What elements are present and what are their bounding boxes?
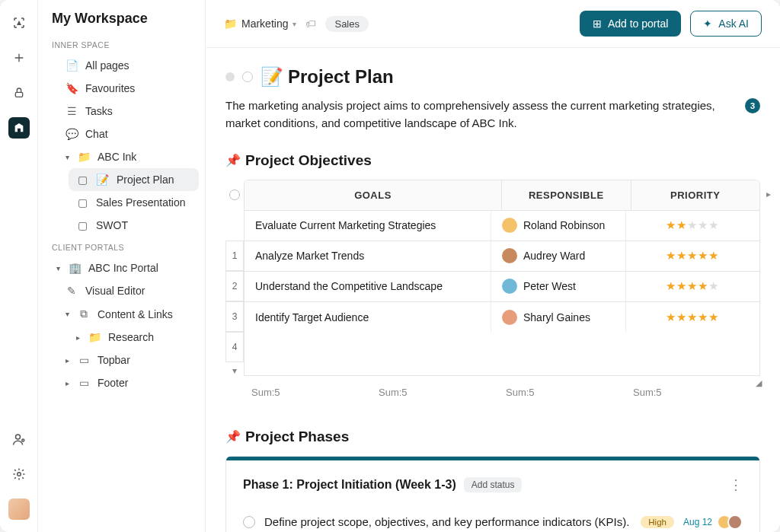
assignee-avatar[interactable] — [727, 514, 743, 530]
cell-goal: Identify Target Audience — [245, 302, 491, 333]
tag-icon: 🏷︎ — [305, 18, 316, 30]
nav-sales-presentation[interactable]: ▢Sales Presentation — [69, 191, 199, 214]
nav-label: Project Plan — [117, 174, 174, 186]
status-dot — [225, 72, 235, 81]
folder-icon: 📁 — [88, 331, 101, 343]
workspace-title: My Workspace — [49, 11, 199, 27]
add-to-portal-button[interactable]: ⊞ Add to portal — [580, 11, 681, 37]
col-goals[interactable]: GOALS — [245, 180, 502, 210]
table-row[interactable]: Identify Target AudienceSharyl Gaines★★★… — [245, 302, 759, 333]
tag-pill[interactable]: High — [641, 516, 674, 528]
progress-bar — [226, 457, 759, 460]
lock-icon[interactable] — [8, 82, 30, 104]
task-checkbox[interactable] — [243, 516, 255, 528]
nav-all-pages[interactable]: 📄All pages — [58, 54, 199, 77]
svg-point-1 — [15, 435, 20, 439]
folder-icon: 📁 — [78, 151, 90, 163]
row-number[interactable]: 2 — [225, 271, 244, 301]
members-icon[interactable] — [8, 428, 30, 450]
row-number[interactable]: 3 — [225, 301, 244, 332]
nav-research[interactable]: ▸📁Research — [69, 326, 199, 349]
button-label: Add to portal — [608, 18, 668, 30]
nav-label: Visual Editor — [85, 285, 145, 297]
sum-value: Sum:5 — [506, 387, 633, 398]
table-row[interactable]: Analyze Market TrendsAudrey Ward★★★★★ — [245, 241, 759, 272]
star-rating[interactable]: ★★★★★ — [666, 279, 719, 293]
page-icon: ▢ — [76, 219, 88, 231]
focus-icon[interactable] — [8, 12, 30, 33]
nav-abc-portal[interactable]: ▾🏢ABC Inc Portal — [49, 256, 199, 279]
assignee-group[interactable] — [721, 514, 743, 530]
emoji-picker-icon[interactable] — [242, 72, 253, 82]
nav-label: Research — [108, 331, 154, 343]
svg-rect-0 — [15, 92, 22, 97]
sum-value: Sum:5 — [633, 387, 760, 398]
star-rating[interactable]: ★★★★★ — [666, 218, 719, 232]
chevron-down-icon: ▾ — [292, 20, 296, 28]
nav-favourites[interactable]: 🔖Favourites — [58, 77, 199, 100]
pencil-icon: ✎ — [66, 285, 78, 297]
row-number[interactable]: 1 — [225, 241, 244, 271]
task-row[interactable]: Define project scope, objectives, and ke… — [243, 507, 743, 533]
nav-project-plan[interactable]: ▢📝Project Plan — [69, 168, 199, 191]
app-rail — [0, 0, 38, 532]
nav-swot[interactable]: ▢SWOT — [69, 214, 199, 237]
chat-icon: 💬 — [66, 128, 78, 140]
nav-label: Footer — [98, 377, 128, 389]
comment-count-badge[interactable]: 3 — [745, 98, 760, 113]
user-avatar[interactable] — [8, 499, 30, 520]
page-icon: ▢ — [76, 196, 88, 209]
caret-down-icon: ▾ — [66, 153, 73, 161]
tag-chip[interactable]: Sales — [325, 16, 369, 32]
col-responsible[interactable]: RESPONSIBLE — [502, 180, 631, 210]
breadcrumb-folder[interactable]: 📁 Marketing ▾ — [224, 18, 296, 30]
tasks-icon: ☰ — [66, 105, 78, 117]
heading-text: Project Phases — [245, 428, 349, 445]
section-phases-heading: 📌 Project Phases — [225, 428, 760, 445]
nav-visual-editor[interactable]: ✎Visual Editor — [58, 279, 199, 302]
settings-icon[interactable] — [8, 464, 30, 485]
nav-label: ABC Ink — [98, 151, 136, 163]
section-objectives-heading: 📌 Project Objectives — [225, 152, 760, 169]
cell-responsible: Audrey Ward — [491, 241, 626, 271]
nav-topbar[interactable]: ▸▭Topbar — [58, 349, 199, 371]
table-row[interactable]: Evaluate Current Marketing StrategiesRol… — [245, 211, 759, 241]
col-priority[interactable]: PRIORITY — [631, 180, 760, 210]
nav-content-links[interactable]: ▾⧉Content & Links — [58, 302, 199, 326]
nav-footer[interactable]: ▸▭Footer — [58, 371, 199, 394]
layout-icon: ▭ — [78, 377, 90, 389]
expand-down-icon[interactable]: ▾ — [225, 365, 244, 376]
resize-handle-icon[interactable]: ◢ — [756, 378, 762, 388]
nav-chat[interactable]: 💬Chat — [58, 123, 199, 145]
nav-label: Sales Presentation — [96, 196, 186, 209]
sum-value: Sum:5 — [251, 387, 379, 398]
cell-responsible: Roland Robinson — [491, 211, 626, 241]
nav-label: Topbar — [98, 354, 130, 366]
folder-icon: 📁 — [224, 18, 237, 30]
nav-abc-ink[interactable]: ▾📁ABC Ink — [58, 145, 199, 168]
nav-tasks[interactable]: ☰Tasks — [58, 100, 199, 123]
add-status-chip[interactable]: Add status — [464, 477, 523, 492]
add-icon[interactable] — [8, 47, 30, 68]
star-rating[interactable]: ★★★★★ — [666, 311, 719, 324]
memo-icon: 📝 — [96, 174, 109, 186]
ask-ai-button[interactable]: ✦ Ask AI — [690, 11, 762, 37]
pin-icon: 📌 — [225, 153, 241, 167]
task-date[interactable]: Aug 12 — [683, 517, 712, 527]
caret-right-icon: ▸ — [66, 379, 73, 387]
phase-title: Phase 1: Project Initiation (Week 1-3) — [243, 478, 456, 492]
table-row[interactable]: Understand the Competitive LandscapePete… — [245, 272, 759, 302]
phase-menu-icon[interactable]: ⋮ — [729, 476, 743, 493]
sparkle-icon: ✦ — [703, 18, 712, 30]
select-all-circle[interactable] — [229, 190, 240, 200]
bookmark-icon: 🔖 — [66, 82, 78, 94]
caret-right-icon: ▸ — [66, 356, 73, 365]
cell-responsible: Peter West — [491, 272, 626, 301]
section-portals: CLIENT PORTALS — [49, 237, 199, 256]
avatar — [502, 248, 517, 263]
workspace-icon[interactable] — [8, 117, 30, 139]
star-rating[interactable]: ★★★★★ — [666, 249, 719, 263]
page-description: The marketing analysis project aims to c… — [225, 97, 736, 132]
row-number[interactable]: 4 — [225, 332, 244, 362]
expand-right-icon[interactable]: ▸ — [766, 189, 771, 199]
